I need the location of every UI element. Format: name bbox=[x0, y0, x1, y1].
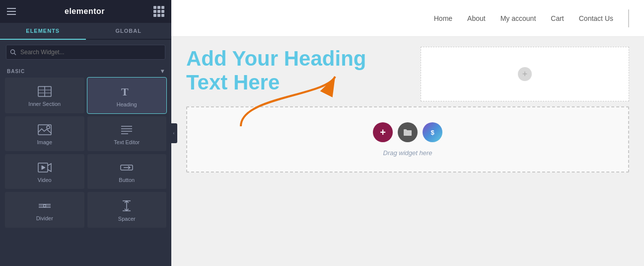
widget-button[interactable]: Button bbox=[87, 154, 167, 189]
tabs: ELEMENTS GLOBAL bbox=[0, 23, 171, 40]
nav-bar: Home About My account Cart Contact Us bbox=[171, 0, 644, 37]
image-label: Image bbox=[37, 139, 52, 145]
video-icon bbox=[38, 162, 52, 173]
widget-divider[interactable]: Divider bbox=[5, 192, 84, 228]
nav-cart[interactable]: Cart bbox=[551, 14, 564, 22]
tab-global[interactable]: GLOBAL bbox=[86, 23, 172, 39]
empty-column: + bbox=[421, 47, 629, 101]
panel-collapse-button[interactable]: ‹ bbox=[170, 123, 177, 143]
button-icon bbox=[120, 162, 134, 173]
widget-inner-section[interactable]: Inner Section bbox=[5, 78, 84, 113]
skype-button[interactable]: $ bbox=[423, 122, 442, 142]
left-panel: elementor ELEMENTS GLOBAL BASI bbox=[0, 0, 171, 266]
widget-image[interactable]: Image bbox=[5, 116, 84, 151]
button-label: Button bbox=[119, 177, 135, 183]
nav-myaccount[interactable]: My account bbox=[501, 14, 536, 22]
tab-elements[interactable]: ELEMENTS bbox=[0, 23, 86, 40]
heading-section: Add Your Heading Text Here + bbox=[186, 47, 629, 101]
text-editor-label: Text Editor bbox=[114, 139, 140, 145]
spacer-icon bbox=[120, 200, 134, 212]
widget-grid: Inner Section T Heading Image bbox=[0, 78, 171, 231]
search-bar bbox=[0, 40, 171, 65]
hamburger-icon[interactable] bbox=[7, 8, 16, 15]
section-header: BASIC ▾ bbox=[0, 65, 171, 78]
folder-button[interactable] bbox=[398, 122, 418, 142]
video-label: Video bbox=[38, 177, 52, 183]
spacer-label: Spacer bbox=[118, 216, 136, 222]
canvas-content: Add Your Heading Text Here + + $ Drag wi… bbox=[171, 37, 644, 266]
image-icon bbox=[38, 124, 52, 135]
widget-video[interactable]: Video bbox=[5, 154, 84, 189]
grid-icon[interactable] bbox=[153, 6, 164, 17]
heading-icon: T bbox=[120, 86, 133, 97]
widget-text-editor[interactable]: Text Editor bbox=[87, 116, 167, 151]
add-column-button[interactable]: + bbox=[518, 67, 532, 81]
divider-icon bbox=[38, 200, 52, 211]
drag-area: + $ Drag widget here bbox=[186, 106, 629, 173]
widget-spacer[interactable]: Spacer bbox=[87, 192, 167, 228]
heading-label: Heading bbox=[117, 101, 137, 107]
svg-point-10 bbox=[47, 126, 50, 129]
panel-title: elementor bbox=[65, 7, 105, 16]
widget-heading[interactable]: T Heading bbox=[87, 78, 167, 113]
svg-marker-16 bbox=[42, 166, 45, 170]
drag-buttons: + $ bbox=[373, 122, 442, 142]
drag-widget-text: Drag widget here bbox=[383, 149, 432, 157]
nav-contact[interactable]: Contact Us bbox=[579, 14, 613, 22]
search-input[interactable] bbox=[6, 45, 165, 60]
inner-section-label: Inner Section bbox=[28, 101, 61, 107]
canvas: Home About My account Cart Contact Us Ad… bbox=[171, 0, 644, 266]
section-label: BASIC bbox=[7, 69, 25, 74]
divider-label: Divider bbox=[36, 215, 53, 221]
chevron-down-icon[interactable]: ▾ bbox=[161, 68, 164, 75]
heading-text: Add Your Heading Text Here bbox=[186, 47, 411, 95]
inner-section-icon bbox=[38, 86, 52, 97]
add-widget-button[interactable]: + bbox=[373, 122, 393, 142]
svg-point-21 bbox=[43, 205, 46, 207]
nav-about[interactable]: About bbox=[467, 14, 486, 22]
folder-icon bbox=[403, 128, 412, 136]
text-editor-icon bbox=[120, 124, 133, 135]
svg-text:T: T bbox=[121, 86, 129, 97]
heading-text-area: Add Your Heading Text Here bbox=[186, 47, 411, 101]
panel-header: elementor bbox=[0, 0, 171, 23]
nav-home[interactable]: Home bbox=[434, 14, 452, 22]
